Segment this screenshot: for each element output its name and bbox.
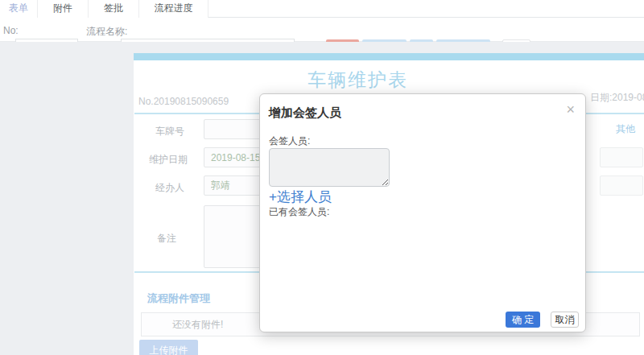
maintain-date-label: 维护日期 xyxy=(149,153,205,167)
form-no-text: No.20190815090659 xyxy=(138,96,229,107)
confirm-button[interactable]: 确 定 xyxy=(506,312,540,328)
countersign-personnel-textarea[interactable] xyxy=(269,148,390,187)
cancel-button[interactable]: 取消 xyxy=(551,312,579,328)
close-icon[interactable]: × xyxy=(566,102,575,117)
other-link[interactable]: 其他 xyxy=(616,122,635,136)
tab-attachment[interactable]: 附件 xyxy=(38,0,89,18)
form-date-text: 日期:2019-08-15 xyxy=(590,91,644,105)
add-countersign-modal: 增加会签人员 × 会签人员: +选择人员 已有会签人员: 确 定 取消 xyxy=(259,93,586,332)
select-personnel-link[interactable]: +选择人员 xyxy=(269,188,332,206)
right-column-input[interactable] xyxy=(600,147,643,167)
tab-form[interactable]: 表单 xyxy=(0,0,38,18)
toolbar: No: 流程名称: 保存 取消委托 挂起 增加会签人 返回 xyxy=(0,18,644,42)
modal-title: 增加会签人员 xyxy=(269,105,341,121)
upload-attachment-button[interactable]: 上传附件 xyxy=(139,340,198,355)
right-column-input[interactable] xyxy=(600,175,643,196)
panel-accent-bar xyxy=(134,53,644,60)
tab-process-progress[interactable]: 流程进度 xyxy=(139,0,208,18)
tab-bar: 表单 附件 签批 流程进度 xyxy=(0,0,644,18)
form-title: 车辆维护表 xyxy=(308,68,485,93)
countersign-personnel-label: 会签人员: xyxy=(269,134,310,148)
no-label: No: xyxy=(3,25,19,36)
existing-countersign-label: 已有会签人员: xyxy=(269,205,329,219)
tab-approval[interactable]: 签批 xyxy=(89,0,139,18)
attachments-section-header: 流程附件管理 xyxy=(147,291,210,306)
process-name-label: 流程名称: xyxy=(86,25,127,39)
